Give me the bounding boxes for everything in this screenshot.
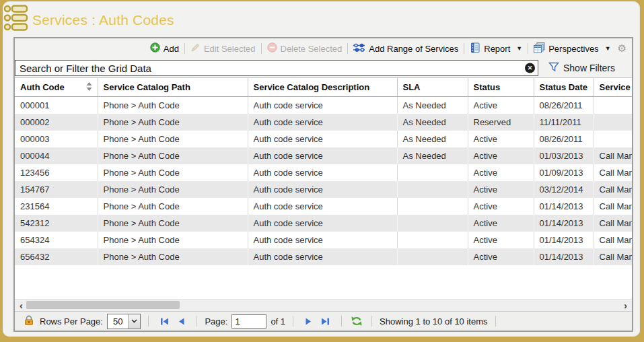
first-page-button[interactable] (160, 317, 170, 326)
grid-cell: As Needed (397, 131, 468, 147)
grid-cell: Phone > Auth Code (98, 114, 248, 131)
table-row[interactable]: 154767Phone > Auth CodeAuth code service… (15, 181, 632, 198)
divider (148, 316, 149, 327)
grid-cell: 123456 (15, 164, 98, 181)
table-row[interactable]: 123456Phone > Auth CodeAuth code service… (15, 164, 632, 181)
perspectives-label: Perspectives (548, 44, 598, 54)
refresh-icon[interactable] (351, 316, 363, 327)
last-page-button[interactable] (320, 317, 330, 326)
search-input[interactable] (15, 60, 538, 76)
grid-cell: Active (468, 131, 534, 147)
divider (341, 316, 342, 327)
scroll-right-icon[interactable]: › (624, 299, 627, 310)
add-icon (150, 42, 160, 55)
grid-cell: Active (468, 181, 534, 198)
grid-cell: Active (468, 215, 534, 232)
grid-cell: As Needed (397, 114, 468, 131)
divider (347, 43, 348, 54)
grid-cell (397, 164, 468, 181)
table-row[interactable]: 654324Phone > Auth CodeAuth code service… (15, 232, 632, 248)
add-button[interactable]: Add (150, 42, 179, 55)
page-label: Page: (205, 316, 227, 327)
next-page-button[interactable] (305, 317, 312, 326)
grid-cell: Call Manag (594, 147, 632, 164)
perspectives-button[interactable]: Perspectives ▼ (534, 42, 610, 55)
divider (371, 316, 372, 327)
grid-cell: Active (468, 164, 534, 181)
grid-cell: Auth code service (248, 215, 397, 232)
search-wrap: ✕ (15, 60, 538, 76)
scrollbar-thumb[interactable] (26, 301, 180, 309)
grid-cell: Call Manag (594, 198, 632, 215)
app-window: Services : Auth Codes Add (3, 1, 640, 337)
grid-cell: Auth code service (248, 97, 397, 114)
column-header-sla[interactable]: SLA (397, 78, 468, 97)
table-row[interactable]: 000002Phone > Auth CodeAuth code service… (15, 114, 632, 131)
edit-selected-button[interactable]: Edit Selected (190, 42, 256, 55)
grid-cell: 000003 (15, 131, 98, 147)
services-list-icon (3, 3, 29, 36)
table-row[interactable]: 000001Phone > Auth CodeAuth code service… (15, 97, 632, 114)
show-filters-label: Show Filters (563, 63, 615, 73)
grid-cell: Auth code service (248, 198, 397, 215)
delete-selected-button[interactable]: Delete Selected (267, 42, 343, 55)
range-nodes-icon (353, 43, 365, 55)
page-number-input[interactable] (231, 314, 266, 329)
table-row[interactable]: 000003Phone > Auth CodeAuth code service… (15, 131, 632, 147)
chevron-down-icon: ▼ (605, 45, 611, 52)
scroll-left-icon[interactable]: ‹ (20, 299, 23, 310)
column-header-auth-code[interactable]: Auth Code (15, 78, 98, 97)
table-row[interactable]: 231564Phone > Auth CodeAuth code service… (15, 198, 632, 215)
grid-cell (594, 131, 632, 147)
grid-cell: 01/09/2013 (534, 164, 594, 181)
grid-cell: 01/14/2013 (534, 215, 594, 232)
grid-cell: Reserved (468, 114, 534, 131)
grid-cell: Phone > Auth Code (98, 215, 248, 232)
grid-cell: 000002 (15, 114, 98, 131)
column-header-service-host[interactable]: Service H (594, 78, 632, 97)
grid-cell: Auth code service (248, 147, 397, 164)
divider (528, 43, 528, 54)
search-filter-row: ✕ Show Filters (15, 59, 632, 77)
grid-header-row: Auth Code Service Catalog Path Service C… (15, 78, 632, 97)
column-header-service-catalog-description[interactable]: Service Catalog Description (248, 78, 397, 97)
divider (464, 43, 464, 54)
grid-cell: 000044 (15, 147, 98, 164)
table-row[interactable]: 000044Phone > Auth CodeAuth code service… (15, 147, 632, 164)
grid-cell: Call Manag (594, 181, 632, 198)
divider (261, 43, 262, 54)
divider (196, 316, 197, 327)
grid-cell: 654324 (15, 232, 98, 248)
horizontal-scrollbar: ‹ › (15, 299, 632, 311)
grid-cell: Active (468, 198, 534, 215)
grid-cell: As Needed (397, 147, 468, 164)
previous-page-button[interactable] (178, 317, 185, 326)
gear-icon[interactable]: ⚙ (618, 42, 627, 55)
rows-per-page-label: Rows Per Page: (40, 316, 103, 327)
show-filters-toggle[interactable]: Show Filters (548, 62, 615, 74)
table-row[interactable]: 656432Phone > Auth CodeAuth code service… (15, 248, 632, 265)
grid-cell: 11/11/2011 (534, 114, 594, 131)
grid-cell: Active (468, 232, 534, 248)
grid-cell: Active (468, 147, 534, 164)
grid-cell: As Needed (397, 97, 468, 114)
divider (293, 316, 293, 327)
rows-per-page-select[interactable]: 50 (107, 314, 141, 329)
grid-cell: Phone > Auth Code (98, 147, 248, 164)
grid-cell: Call Manag (594, 232, 632, 248)
column-header-service-catalog-path[interactable]: Service Catalog Path (98, 78, 248, 97)
pager-bar: Rows Per Page: 50 Page: of 1 (15, 311, 632, 331)
table-row[interactable]: 542312Phone > Auth CodeAuth code service… (15, 215, 632, 232)
grid-cell: Call Manag (594, 164, 632, 181)
clear-search-icon[interactable]: ✕ (525, 63, 535, 73)
sort-icon (86, 82, 92, 93)
lock-icon[interactable] (24, 314, 34, 328)
grid-cell: Active (468, 248, 534, 265)
report-button[interactable]: Report ▼ (470, 42, 522, 55)
column-header-status-date[interactable]: Status Date (534, 78, 594, 97)
column-header-status[interactable]: Status (468, 78, 534, 97)
add-range-of-services-button[interactable]: Add Range of Services (353, 43, 458, 55)
grid-cell (397, 248, 468, 265)
grid-cell: Auth code service (248, 248, 397, 265)
grid-cell: Call Manag (594, 215, 632, 232)
